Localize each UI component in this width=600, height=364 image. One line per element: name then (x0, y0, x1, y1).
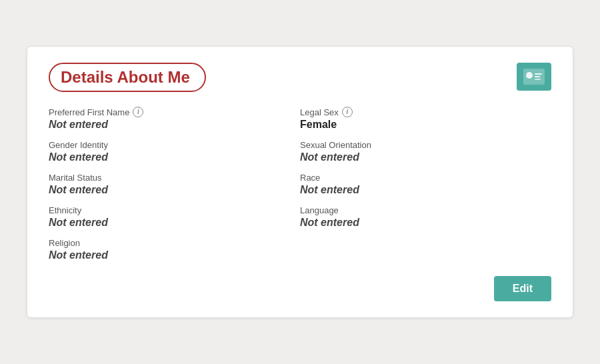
field-label-row: Sexual Orientation (300, 140, 551, 150)
field-item: Gender IdentityNot entered (49, 140, 300, 163)
profile-card-icon (517, 63, 551, 91)
field-label-row: Ethnicity (49, 205, 300, 215)
field-label-row: Marital Status (49, 173, 300, 183)
field-label-row: Gender Identity (49, 140, 300, 150)
field-value: Not entered (49, 217, 300, 229)
field-label-row: Language (300, 205, 551, 215)
field-item: Sexual OrientationNot entered (300, 140, 551, 163)
field-label: Ethnicity (49, 205, 81, 215)
field-label-row: Preferred First Namei (49, 107, 300, 117)
field-item: EthnicityNot entered (49, 205, 300, 229)
field-value: Not entered (49, 151, 300, 163)
field-item: Marital StatusNot entered (49, 173, 300, 196)
svg-rect-4 (535, 79, 541, 80)
field-item: Preferred First NameiNot entered (49, 107, 300, 131)
field-label-row: Religion (49, 238, 300, 248)
field-label: Race (300, 173, 320, 183)
right-column: Legal SexiFemaleSexual OrientationNot en… (300, 107, 551, 271)
field-value: Not entered (300, 184, 551, 196)
field-label-row: Race (300, 173, 551, 183)
field-item: LanguageNot entered (300, 205, 551, 229)
field-label: Religion (49, 238, 80, 248)
field-value: Not entered (300, 217, 551, 229)
title-oval: Details About Me (49, 63, 206, 92)
left-column: Preferred First NameiNot enteredGender I… (49, 107, 300, 271)
field-label-row: Legal Sexi (300, 107, 551, 117)
field-value: Female (300, 119, 551, 131)
field-value: Not entered (300, 151, 551, 163)
details-about-me-card: Details About Me Preferred First NameiNo… (27, 46, 573, 318)
id-card-svg (523, 67, 545, 87)
field-label: Marital Status (49, 173, 101, 183)
field-label: Preferred First Name (49, 107, 129, 117)
card-header: Details About Me (49, 63, 551, 92)
svg-point-1 (526, 72, 533, 79)
fields-grid: Preferred First NameiNot enteredGender I… (49, 107, 551, 271)
edit-button[interactable]: Edit (494, 276, 551, 301)
info-icon[interactable]: i (342, 107, 353, 117)
svg-rect-2 (535, 73, 542, 75)
card-footer: Edit (49, 276, 551, 301)
info-icon[interactable]: i (133, 107, 143, 117)
field-label: Language (300, 205, 339, 215)
field-label: Gender Identity (49, 140, 108, 150)
svg-rect-3 (535, 76, 540, 77)
field-item: ReligionNot entered (49, 238, 300, 261)
field-value: Not entered (49, 184, 300, 196)
page-title: Details About Me (61, 68, 190, 86)
field-item: RaceNot entered (300, 173, 551, 196)
field-value: Not entered (49, 249, 300, 261)
field-item: Legal SexiFemale (300, 107, 551, 131)
field-label: Legal Sex (300, 107, 339, 117)
field-value: Not entered (49, 119, 300, 131)
field-label: Sexual Orientation (300, 140, 371, 150)
